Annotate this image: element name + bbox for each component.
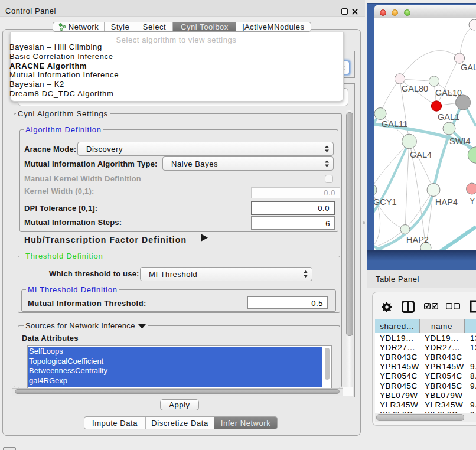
svg-text:GCY1: GCY1 [374, 197, 397, 207]
svg-text:GAL4: GAL4 [410, 150, 432, 159]
svg-text:Y: Y [470, 196, 475, 206]
svg-text:GAL1: GAL1 [438, 112, 459, 122]
svg-text:HAP2: HAP2 [406, 235, 429, 244]
svg-text:GAL7: GAL7 [461, 63, 476, 72]
svg-text:GAL11: GAL11 [382, 119, 407, 129]
svg-text:HAP4: HAP4 [435, 197, 458, 207]
svg-text:GAL10: GAL10 [435, 88, 462, 97]
svg-text:SWI4: SWI4 [449, 136, 470, 146]
svg-text:GAL80: GAL80 [402, 84, 428, 93]
